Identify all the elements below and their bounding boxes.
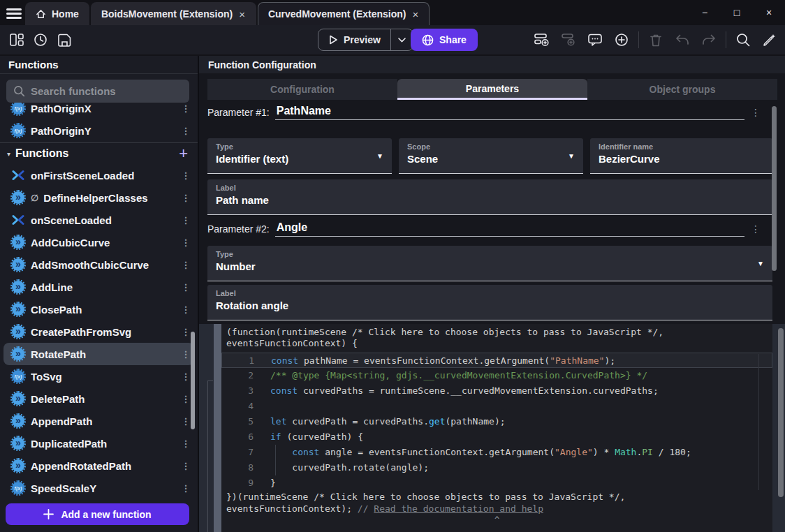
- parameter-2-type-field[interactable]: Type Number ▼: [207, 246, 772, 281]
- title-bar: Home BoidsMovement (Extension) × CurvedM…: [0, 0, 785, 25]
- search-functions-input[interactable]: [31, 85, 182, 97]
- item-menu-icon[interactable]: ⋮: [181, 103, 191, 114]
- item-menu-icon[interactable]: ⋮: [181, 438, 191, 449]
- function-name: DuplicatedPath: [31, 438, 175, 450]
- action-icon: »: [12, 392, 24, 405]
- item-menu-icon[interactable]: ⋮: [181, 282, 191, 293]
- collapse-caret-icon[interactable]: ▾: [7, 150, 10, 158]
- version-history-icon[interactable]: [31, 30, 50, 50]
- item-menu-icon[interactable]: ⋮: [181, 215, 191, 226]
- item-menu-icon[interactable]: ⋮: [181, 170, 191, 181]
- add-event-icon[interactable]: [532, 30, 552, 50]
- item-menu-icon[interactable]: ⋮: [181, 126, 191, 136]
- dropdown-caret-icon[interactable]: ▼: [568, 152, 575, 160]
- line-number: 8: [221, 460, 254, 475]
- function-name: AppendPath: [31, 415, 175, 427]
- function-list-item[interactable]: f(x)PathOriginY⋮: [0, 119, 198, 142]
- lifecycle-icon: [12, 170, 24, 181]
- field-label: Label: [216, 289, 764, 297]
- tab-curvedmovement[interactable]: CurvedMovement (Extension) ×: [258, 2, 430, 25]
- function-list-item[interactable]: »AddLine⋮: [0, 276, 198, 298]
- tab-home[interactable]: Home: [25, 2, 89, 25]
- add-subevent-icon[interactable]: [559, 30, 578, 50]
- function-list-item[interactable]: f(x)ToSvg⋮: [0, 365, 198, 387]
- parameters-scrollbar[interactable]: [772, 106, 777, 271]
- function-list-item[interactable]: onSceneLoaded⋮: [0, 209, 198, 231]
- save-icon[interactable]: [54, 30, 74, 50]
- parameter-1-name-input[interactable]: PathName: [275, 105, 744, 120]
- parameter-1-type-field[interactable]: Type Identifier (text) ▼: [207, 138, 392, 174]
- preview-options-button[interactable]: [390, 29, 413, 50]
- item-menu-icon[interactable]: ⋮: [181, 349, 191, 360]
- item-menu-icon[interactable]: ⋮: [181, 394, 191, 404]
- item-menu-icon[interactable]: ⋮: [181, 260, 191, 270]
- toggle-panels-icon[interactable]: [7, 30, 27, 50]
- parameter-1-menu-icon[interactable]: ⋮: [751, 107, 761, 118]
- tab-parameters[interactable]: Parameters: [397, 79, 587, 100]
- function-list-item[interactable]: onFirstSceneLoaded⋮: [0, 164, 198, 186]
- add-other-event-icon[interactable]: [612, 30, 631, 50]
- parameter-2-name-input[interactable]: Angle: [275, 221, 744, 237]
- share-button[interactable]: Share: [411, 29, 478, 51]
- item-menu-icon[interactable]: ⋮: [181, 193, 191, 203]
- function-list-item[interactable]: f(x)SpeedScaleY⋮: [0, 477, 198, 499]
- parameter-1-label-field[interactable]: Label Path name: [207, 179, 772, 215]
- parameter-2-label-field[interactable]: Label Rotation angle: [207, 285, 772, 320]
- parameter-1-scope-field[interactable]: Scope Scene ▼: [399, 138, 583, 174]
- maximize-button[interactable]: □: [721, 0, 753, 25]
- close-tab-icon[interactable]: ×: [412, 8, 420, 20]
- add-comment-icon[interactable]: [585, 30, 605, 50]
- tab-boidsmovement[interactable]: BoidsMovement (Extension) ×: [91, 2, 256, 25]
- tab-object-groups[interactable]: Object groups: [587, 79, 777, 100]
- item-menu-icon[interactable]: ⋮: [181, 237, 191, 248]
- function-list-item[interactable]: »CreatePathFromSvg⋮: [0, 320, 198, 343]
- function-list-item[interactable]: »DeletePath⋮: [0, 387, 198, 410]
- item-menu-icon[interactable]: ⋮: [181, 304, 191, 315]
- item-menu-icon[interactable]: ⋮: [181, 371, 191, 382]
- parameter-2-menu-icon[interactable]: ⋮: [751, 223, 761, 235]
- search-events-icon[interactable]: [733, 30, 753, 50]
- preview-button[interactable]: Preview: [318, 29, 390, 50]
- item-menu-icon[interactable]: ⋮: [181, 483, 191, 494]
- sidebar-scrollbar[interactable]: [191, 332, 195, 429]
- undo-icon[interactable]: [673, 30, 692, 50]
- lifecycle-icon: [12, 214, 24, 226]
- code-header-line[interactable]: (function(runtimeScene /* Click here to …: [221, 327, 772, 338]
- redo-icon[interactable]: [699, 30, 719, 50]
- function-list-item[interactable]: »ClosePath⋮: [0, 298, 198, 320]
- function-list-item[interactable]: »AddCubicCurve⋮: [0, 231, 198, 253]
- item-menu-icon[interactable]: ⋮: [181, 416, 191, 427]
- tab-configuration[interactable]: Configuration: [207, 79, 397, 100]
- item-menu-icon[interactable]: ⋮: [181, 327, 191, 337]
- function-list-item[interactable]: »AddSmoothCubicCurve⋮: [0, 253, 198, 276]
- function-list-item[interactable]: »∅DefineHelperClasses⋮: [0, 186, 198, 209]
- private-icon: ∅: [31, 193, 38, 203]
- hamburger-menu-icon[interactable]: [6, 6, 22, 19]
- add-function-button[interactable]: Add a new function: [6, 503, 189, 525]
- close-tab-icon[interactable]: ×: [238, 8, 246, 20]
- event-drag-handle[interactable]: [214, 324, 221, 532]
- dropdown-caret-icon[interactable]: ▼: [757, 260, 764, 267]
- search-functions-box[interactable]: [6, 80, 189, 103]
- documentation-link[interactable]: Read the documentation and help: [374, 503, 543, 514]
- function-list-item[interactable]: »RotatePath⋮: [3, 343, 194, 365]
- events-sheet: (function(runtimeScene /* Click here to …: [199, 324, 785, 532]
- add-function-plus-icon[interactable]: +: [179, 147, 188, 161]
- close-button[interactable]: ×: [753, 0, 785, 25]
- edit-extension-icon[interactable]: [760, 30, 779, 50]
- function-list-item[interactable]: »AppendRotatedPath⋮: [0, 455, 198, 477]
- parameter-1-identifier-field[interactable]: Identifier name BezierCurve: [590, 138, 772, 174]
- function-list-item[interactable]: »AppendPath⋮: [0, 410, 198, 432]
- code-editor[interactable]: (function(runtimeScene /* Click here to …: [221, 324, 772, 532]
- minimize-button[interactable]: −: [689, 0, 721, 25]
- dropdown-caret-icon[interactable]: ▼: [376, 152, 383, 160]
- parameter-2-header: Parameter #2: Angle: [207, 221, 744, 237]
- functions-section-header[interactable]: ▾Functions+: [0, 142, 198, 164]
- delete-icon[interactable]: [646, 30, 666, 50]
- function-list-item[interactable]: »DuplicatedPath⋮: [0, 432, 198, 455]
- field-label: Identifier name: [599, 142, 764, 151]
- events-scrollbar[interactable]: [778, 328, 784, 497]
- scroll-hint: ^: [221, 517, 772, 524]
- javascript-event-block[interactable]: (function(runtimeScene /* Click here to …: [214, 324, 772, 532]
- item-menu-icon[interactable]: ⋮: [181, 461, 191, 471]
